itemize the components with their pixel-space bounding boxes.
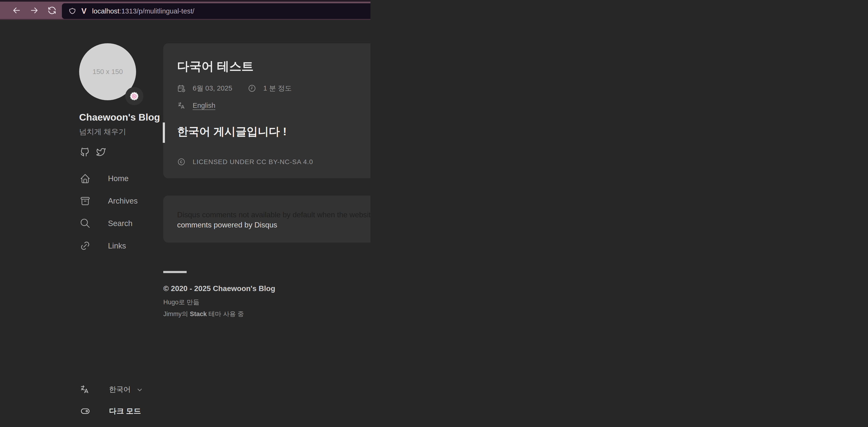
dark-mode-toggle[interactable]: 다크 모드 <box>79 406 141 416</box>
url-path: :1313/p/mulitlingual-test/ <box>119 7 194 15</box>
reload-icon <box>47 5 57 16</box>
address-bar[interactable]: V localhost:1313/p/mulitlingual-test/ <box>62 3 370 19</box>
page-footer: © 2020 - 2025 Chaewoon's Blog Hugo로 만듦 J… <box>163 271 275 318</box>
footer-copyright: © 2020 - 2025 Chaewoon's Blog <box>163 284 275 293</box>
article-meta: 6월 03, 2025 1 분 정도 <box>177 84 370 93</box>
sidebar-item-label: Links <box>108 241 126 250</box>
sidebar-item-home[interactable]: Home <box>80 167 168 190</box>
publish-date: 6월 03, 2025 <box>192 84 232 93</box>
sidebar-item-label: Archives <box>108 197 138 205</box>
blog-page: 150 x 150 🍥 Chaewoon's Blog 넘치게 채우기 Home… <box>0 20 370 427</box>
chevron-down-icon <box>136 386 143 393</box>
vivaldi-logo-icon: V <box>81 7 87 16</box>
sidebar-item-archives[interactable]: Archives <box>80 190 168 212</box>
sidebar-nav: Home Archives Search Links <box>80 167 168 257</box>
url-host: localhost <box>92 7 120 15</box>
back-button[interactable] <box>11 5 22 16</box>
disqus-notice: Disqus comments not available by default… <box>177 210 370 219</box>
arrow-left-icon <box>11 5 22 16</box>
browser-toolbar: V localhost:1313/p/mulitlingual-test/ ⟨⟩… <box>0 0 370 20</box>
translation-link-english[interactable]: English <box>192 102 215 110</box>
sidebar-item-search[interactable]: Search <box>80 212 168 234</box>
browser-window: V localhost:1313/p/mulitlingual-test/ ⟨⟩… <box>0 0 370 427</box>
twitter-icon[interactable] <box>96 147 106 158</box>
article-heading[interactable]: 한국어 게시글입니다 ! <box>177 124 370 139</box>
heading-accent-bar <box>163 122 165 143</box>
github-icon[interactable] <box>80 147 90 158</box>
sidebar-item-links[interactable]: Links <box>80 234 168 257</box>
avatar-emoji-badge: 🍥 <box>125 87 144 105</box>
sidebar-item-label: Home <box>108 174 129 183</box>
sidebar-item-label: Search <box>108 219 132 228</box>
shield-icon[interactable] <box>69 7 76 15</box>
forward-button[interactable] <box>29 5 39 16</box>
calendar-icon <box>177 84 185 92</box>
comments-card: Disqus comments not available by default… <box>163 196 370 243</box>
license-row: LICENSED UNDER CC BY-NC-SA 4.0 <box>177 158 370 166</box>
archive-icon <box>80 196 91 207</box>
translation-row: English <box>177 102 370 110</box>
stack-theme-link[interactable]: Stack <box>190 310 207 317</box>
site-title[interactable]: Chaewoon's Blog <box>79 112 160 123</box>
license-text[interactable]: LICENSED UNDER CC BY-NC-SA 4.0 <box>192 158 313 166</box>
article-title: 다국어 테스트 <box>177 58 370 75</box>
language-selector[interactable]: 한국어 <box>80 385 143 394</box>
link-icon <box>80 240 91 251</box>
language-icon <box>80 385 90 394</box>
social-links <box>80 147 106 158</box>
copyright-icon <box>177 158 185 166</box>
language-selected-label: 한국어 <box>109 385 131 394</box>
footer-divider <box>163 271 186 273</box>
naruto-emoji-icon: 🍥 <box>129 92 139 101</box>
url-text[interactable]: localhost:1313/p/mulitlingual-test/ <box>92 7 194 15</box>
search-icon <box>80 218 91 229</box>
language-icon <box>177 102 185 110</box>
clock-icon <box>248 84 256 92</box>
home-icon <box>80 173 91 184</box>
toggle-icon <box>79 406 91 416</box>
disqus-powered-by-link[interactable]: comments powered by Disqus <box>177 221 370 229</box>
footer-theme: Jimmy의 Stack 테마 사용 중 <box>163 310 275 318</box>
hugo-link[interactable]: Hugo <box>163 298 178 306</box>
article-card: 다국어 테스트 6월 03, 2025 1 분 정도 English 한국어 게… <box>163 43 370 178</box>
reload-button[interactable] <box>47 5 57 16</box>
site-subtitle: 넘치게 채우기 <box>79 127 126 137</box>
footer-built-with: Hugo로 만듦 <box>163 298 275 306</box>
dark-mode-label: 다크 모드 <box>109 406 141 416</box>
arrow-right-icon <box>29 5 39 16</box>
read-time: 1 분 정도 <box>263 84 291 93</box>
